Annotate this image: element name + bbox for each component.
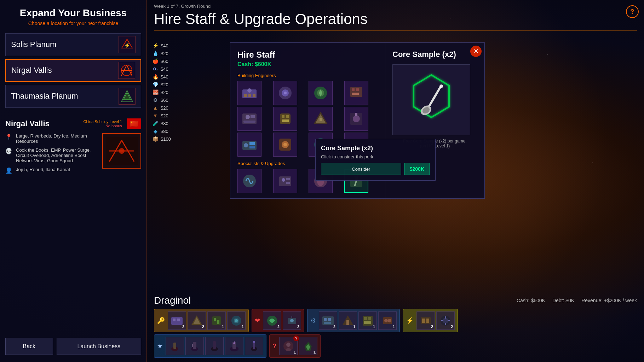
engineer-card-8[interactable] xyxy=(344,107,368,131)
core-tooltip: Core Sample (x2) Click to consider this … xyxy=(315,139,436,181)
resource-brick-value: $20 xyxy=(161,90,168,95)
svg-line-67 xyxy=(428,87,440,109)
panel-title-block: Expand Your Business Choose a location f… xyxy=(5,7,141,26)
building-lightning-1-count: 2 xyxy=(431,325,433,329)
building-lightning-2[interactable]: 2 xyxy=(436,311,455,330)
svg-point-70 xyxy=(439,84,443,88)
svg-point-84 xyxy=(290,319,294,322)
svg-point-103 xyxy=(443,318,448,323)
resource-flask-value: $80 xyxy=(161,121,168,126)
svg-rect-111 xyxy=(193,342,196,349)
building-gear-1[interactable]: 2 xyxy=(319,311,337,330)
building-tracks-row2: ★ ? ? 1 xyxy=(154,334,637,358)
svg-point-29 xyxy=(246,115,250,119)
back-button[interactable]: Back xyxy=(5,338,53,355)
engineer-card-5[interactable] xyxy=(237,107,261,131)
svg-point-57 xyxy=(282,178,285,182)
engineer-card-7[interactable] xyxy=(309,107,333,131)
svg-rect-17 xyxy=(253,94,255,97)
draginol-stats: Cash: $600K Debt: $0K Revenue: +$200K / … xyxy=(517,298,637,303)
selected-location-name: Nirgal Vallis xyxy=(5,119,50,128)
crate-icon: 📦 xyxy=(152,136,159,142)
country-flag: 🇨🇳 xyxy=(127,118,141,129)
location-btn-nirgal[interactable]: Nirgal Vallis xyxy=(5,59,141,82)
consider-button[interactable]: Consider xyxy=(321,163,401,175)
svg-rect-87 xyxy=(324,318,327,321)
building-gear-2[interactable]: 1 xyxy=(339,311,357,330)
resource-gear: ⚙ $60 xyxy=(152,97,171,103)
building-question-2[interactable]: 1 xyxy=(299,337,317,355)
building-health-1-count: 2 xyxy=(277,325,280,329)
svg-rect-112 xyxy=(192,344,193,347)
engineer-card-9[interactable] xyxy=(237,133,261,157)
building-key-2-count: 2 xyxy=(202,325,204,329)
food-icon: 🍎 xyxy=(152,58,159,64)
price-button[interactable]: $200K xyxy=(404,163,430,175)
svg-rect-114 xyxy=(213,341,216,349)
building-health-2-count: 2 xyxy=(297,325,299,329)
building-star-1[interactable] xyxy=(166,337,184,355)
building-key-3[interactable]: 1 xyxy=(207,311,226,330)
water-icon: 💧 xyxy=(152,50,159,57)
engineer-card-6[interactable] xyxy=(273,107,297,131)
main-title: Hire Staff & Upgrade Operations xyxy=(154,11,637,28)
resource-food-value: $60 xyxy=(161,59,168,64)
location-name-thaumasia: Thaumasia Planum xyxy=(11,92,78,101)
resource-electric: ⚡ $40 xyxy=(152,42,171,49)
svg-rect-44 xyxy=(249,142,255,145)
modal-close-button[interactable]: ✕ xyxy=(470,46,482,57)
launch-button[interactable]: Launch Business xyxy=(57,338,141,355)
location-btn-thaumasia[interactable]: Thaumasia Planum xyxy=(5,85,141,108)
building-question-1[interactable]: ? 1 xyxy=(279,337,298,355)
engineer-card-1[interactable] xyxy=(237,81,261,105)
help-button[interactable]: ? xyxy=(626,5,639,18)
health-track-icon: ❤ xyxy=(255,317,260,325)
location-btn-solis[interactable]: Solis Planum ⚡ xyxy=(5,33,141,56)
specialist-card-1[interactable] xyxy=(237,169,261,193)
svg-point-97 xyxy=(384,319,388,322)
building-star-4[interactable] xyxy=(225,337,243,355)
building-star-3[interactable] xyxy=(205,337,224,355)
track-question: ? ? 1 1 xyxy=(269,334,321,358)
resource-list: ⚡ $40 💧 $20 🍎 $60 O₂ $40 🔥 $40 💎 $20 🧱 $… xyxy=(152,42,171,142)
engineer-card-3[interactable] xyxy=(309,81,333,105)
building-key-2[interactable]: 2 xyxy=(188,311,206,330)
person-icon: 👤 xyxy=(5,167,12,174)
building-gear-4[interactable]: 1 xyxy=(378,311,397,330)
building-key-4-count: 1 xyxy=(242,325,244,329)
building-lightning-1[interactable]: 2 xyxy=(416,311,435,330)
building-gear-3[interactable]: 1 xyxy=(358,311,377,330)
building-health-1[interactable]: 2 xyxy=(263,311,281,330)
svg-point-14 xyxy=(247,88,252,93)
svg-rect-45 xyxy=(249,146,255,148)
svg-rect-101 xyxy=(426,319,429,323)
subsidy-level: China Subsidy Level 1 xyxy=(84,119,122,124)
building-key-1[interactable]: 2 xyxy=(168,311,186,330)
engineer-card-4[interactable] xyxy=(344,81,368,105)
resource-diamond-value: $80 xyxy=(161,129,168,134)
engineer-card-2[interactable] xyxy=(273,81,297,105)
flask-icon: 🧪 xyxy=(152,120,159,127)
building-gear-3-count: 1 xyxy=(373,325,375,329)
svg-point-98 xyxy=(388,319,391,322)
week-label: Week 1 of 7, Growth Round xyxy=(154,4,637,9)
engineer-card-10[interactable] xyxy=(273,133,297,157)
star-track-icon: ★ xyxy=(157,342,163,350)
specialist-card-2[interactable] xyxy=(273,169,297,193)
building-key-4[interactable]: 1 xyxy=(227,311,246,330)
svg-marker-66 xyxy=(414,75,449,117)
svg-point-81 xyxy=(235,319,238,322)
svg-rect-105 xyxy=(445,323,446,325)
hire-title: Hire Staff xyxy=(237,50,378,60)
diamond-icon: ◆ xyxy=(152,128,159,134)
debt-stat: Debt: $0K xyxy=(552,298,574,303)
building-key-1-count: 2 xyxy=(182,325,184,329)
building-star-2[interactable] xyxy=(185,337,204,355)
location-attributes-row: 📍 Large, Riverbeds, Dry Ice, Medium Reso… xyxy=(5,133,99,144)
building-health-2[interactable]: 2 xyxy=(283,311,301,330)
building-star-5[interactable] xyxy=(245,337,263,355)
triangle-down-icon: ▼ xyxy=(152,112,159,119)
building-gear-4-count: 1 xyxy=(393,325,395,329)
svg-rect-104 xyxy=(445,316,446,319)
svg-rect-16 xyxy=(248,94,251,97)
